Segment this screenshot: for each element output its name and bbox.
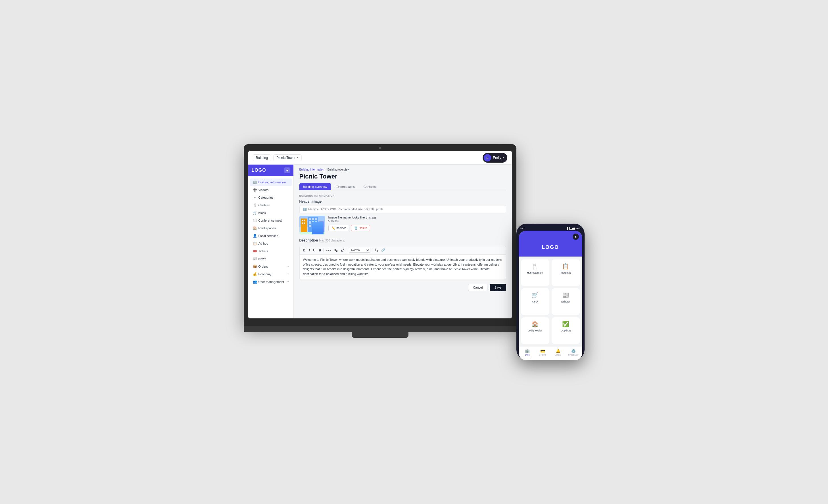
building-information-icon: 🏢 xyxy=(253,180,257,184)
sidebar-toggle-button[interactable]: ◀ xyxy=(284,168,290,173)
sidebar-item-building-information[interactable]: 🏢 Building information xyxy=(250,179,292,186)
app-header: Building Picnic Tower ▾ E Emily ▾ xyxy=(248,151,512,165)
svg-rect-8 xyxy=(309,218,311,220)
svg-rect-5 xyxy=(302,223,303,224)
scene: Building Picnic Tower ▾ E Emily ▾ xyxy=(244,144,585,360)
toolbar-separator-3 xyxy=(372,248,372,252)
bottom-nav-label: Varsler xyxy=(555,354,561,356)
sidebar-item-label: Tickets xyxy=(258,249,268,253)
bold-button[interactable]: B xyxy=(302,248,306,252)
sidebar-item-economy[interactable]: 💰 Economy ▾ xyxy=(250,270,292,278)
svg-rect-11 xyxy=(309,221,311,224)
sidebar-item-rent-spaces[interactable]: 🏠 Rent spaces xyxy=(250,225,292,232)
phone-avatar[interactable]: E xyxy=(573,234,579,240)
breadcrumb: Building information › Building overview xyxy=(299,168,506,171)
image-filename: Image-file-name-looks-like-this.jpg xyxy=(328,216,506,219)
format-select[interactable]: Normal Heading 1 Heading 2 xyxy=(349,248,370,253)
sidebar-item-visitors[interactable]: ➕ Visitors xyxy=(250,186,292,193)
chevron-down-icon: ▾ xyxy=(287,280,289,283)
sidebar-item-local-services[interactable]: 👤 Local services xyxy=(250,232,292,239)
subscript-button[interactable]: x2 xyxy=(333,248,338,253)
phone-header: E LOGO xyxy=(519,231,582,257)
sidebar-item-news[interactable]: 📰 News xyxy=(250,255,292,263)
file-hint: ℹ️ File type: JPG or PNG. Recommended si… xyxy=(299,205,506,214)
economy-icon: 💰 xyxy=(253,272,257,276)
orders-icon: 📦 xyxy=(253,265,257,269)
replace-icon: ✏️ xyxy=(331,226,335,230)
cancel-button[interactable]: Cancel xyxy=(468,284,488,291)
sidebar-item-categories[interactable]: ≡ Categories xyxy=(250,194,292,201)
breadcrumb-current: Building overview xyxy=(328,168,350,171)
svg-rect-14 xyxy=(309,225,311,227)
svg-rect-10 xyxy=(315,218,317,220)
svg-rect-3 xyxy=(302,220,303,221)
tab-contacts[interactable]: Contacts xyxy=(360,183,379,190)
svg-rect-12 xyxy=(312,221,314,224)
description-editor[interactable]: Welcome to Picnic Tower, where work meet… xyxy=(299,254,506,280)
strikethrough-button[interactable]: S xyxy=(318,248,322,252)
italic-button[interactable]: I xyxy=(308,248,310,252)
header-user[interactable]: E Emily ▾ xyxy=(483,153,507,163)
svg-rect-17 xyxy=(299,232,325,234)
nyheter-icon: 📰 xyxy=(562,292,569,299)
laptop-stand xyxy=(351,332,409,338)
sidebar-item-kiosk[interactable]: 🛒 Kiosk xyxy=(250,209,292,217)
sidebar-item-label: Local services xyxy=(258,234,278,237)
grid-item-label: Ledig lokaler xyxy=(528,329,542,332)
tab-building-overview[interactable]: Building overview xyxy=(299,183,331,190)
sidebar-item-conference-meal[interactable]: 🍽️ Conference meal xyxy=(250,217,292,224)
sidebar-item-label: News xyxy=(258,257,266,261)
app-body: LOGO ◀ 🏢 Building information ➕ xyxy=(248,165,512,318)
tab-external-apps[interactable]: External apps xyxy=(332,183,359,190)
replace-button[interactable]: ✏️ Replace xyxy=(328,225,350,231)
grid-item-label: Møtemat xyxy=(561,271,571,274)
svg-rect-13 xyxy=(315,221,317,224)
breadcrumb-parent[interactable]: Building information xyxy=(299,168,324,171)
sidebar-item-user-management[interactable]: 👥 User management ▾ xyxy=(250,278,292,285)
svg-rect-6 xyxy=(304,223,305,224)
delete-button[interactable]: 🗑️ Delete xyxy=(351,225,370,231)
code-button[interactable]: </> xyxy=(326,248,332,252)
underline-button[interactable]: U xyxy=(313,248,317,252)
chevron-down-icon: ▾ xyxy=(297,156,298,159)
canteen-icon: 🍴 xyxy=(253,203,257,207)
description-text: Welcome to Picnic Tower, where work meet… xyxy=(303,258,502,276)
description-max: Max 900 characters. xyxy=(319,239,345,242)
bottom-nav-label: Innstillinger xyxy=(568,354,578,356)
svg-rect-15 xyxy=(312,225,314,227)
svg-rect-9 xyxy=(312,218,314,220)
grid-item-kiosk[interactable]: 🛒 Kiosk xyxy=(521,288,549,315)
bottom-nav-betaling[interactable]: 💳 Betaling xyxy=(535,349,550,357)
superscript-button[interactable]: x2 xyxy=(340,248,345,253)
sidebar-item-orders[interactable]: 📦 Orders ▾ xyxy=(250,263,292,270)
bottom-nav-bygg[interactable]: 🏢 Bygg xyxy=(520,349,535,357)
innstillinger-icon: ⚙️ xyxy=(571,349,576,353)
sidebar-item-label: Conference meal xyxy=(258,219,282,222)
description-label-row: Description Max 900 characters. xyxy=(299,238,506,244)
link-button[interactable]: 🔗 xyxy=(380,248,386,252)
file-hint-text: File type: JPG or PNG. Recommended size:… xyxy=(308,208,384,211)
clear-format-button[interactable]: Tx xyxy=(374,248,379,253)
sidebar-item-canteen[interactable]: 🍴 Canteen xyxy=(250,201,292,209)
building-selector[interactable]: Picnic Tower ▾ xyxy=(273,154,302,161)
toolbar-separator xyxy=(324,248,324,252)
bottom-nav-varsler[interactable]: 🔔 Varsler xyxy=(550,349,566,357)
grid-item-oppdrag[interactable]: ✅ Oppdrag xyxy=(552,317,580,344)
bottom-nav-innstillinger[interactable]: ⚙️ Innstillinger xyxy=(566,349,581,357)
phone-bottom-nav: 🏢 Bygg 💳 Betaling 🔔 Varsler ⚙️ Innstilli… xyxy=(519,347,582,360)
grid-item-nyheter[interactable]: 📰 Nyheter xyxy=(552,288,580,315)
kiosk-icon: 🛒 xyxy=(532,292,539,299)
grid-item-metemat[interactable]: 📋 Møtemat xyxy=(552,259,580,286)
grid-item-husrestaurant[interactable]: 🍴 Husrestaurant xyxy=(521,259,549,286)
sidebar-item-ad-hoc[interactable]: 📋 Ad hoc xyxy=(250,240,292,247)
grid-item-label: Oppdrag xyxy=(561,329,571,332)
save-button[interactable]: Save xyxy=(490,284,506,291)
sidebar-item-tickets[interactable]: 🎟️ Tickets xyxy=(250,247,292,255)
sidebar-nav: 🏢 Building information ➕ Visitors ≡ Cate… xyxy=(248,176,293,318)
laptop-screen: Building Picnic Tower ▾ E Emily ▾ xyxy=(248,151,512,318)
grid-item-ledig-lokaler[interactable]: 🏠 Ledig lokaler xyxy=(521,317,549,344)
varsler-icon: 🔔 xyxy=(555,349,561,353)
svg-rect-16 xyxy=(319,221,324,234)
phone-screen: E LOGO 🍴 Husrestaurant 📋 Møtemat 🛒 Kiosk xyxy=(519,231,582,360)
file-hint-icon: ℹ️ xyxy=(303,208,306,211)
